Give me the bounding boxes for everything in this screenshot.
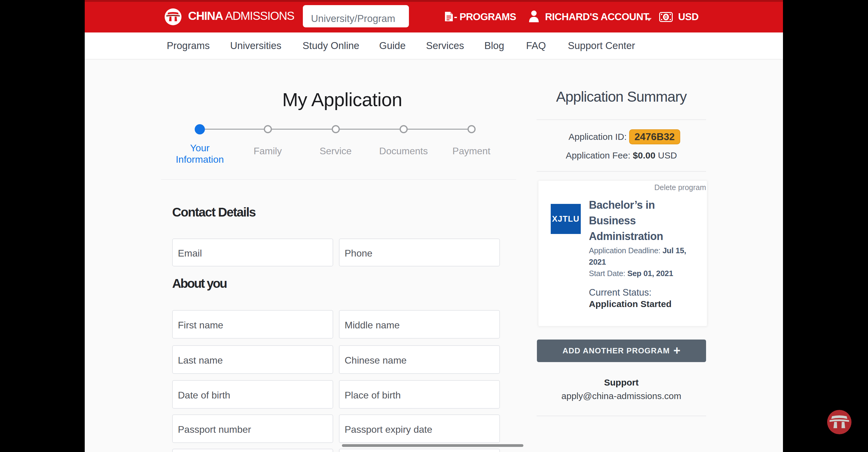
svg-text:0: 0 — [664, 14, 667, 20]
